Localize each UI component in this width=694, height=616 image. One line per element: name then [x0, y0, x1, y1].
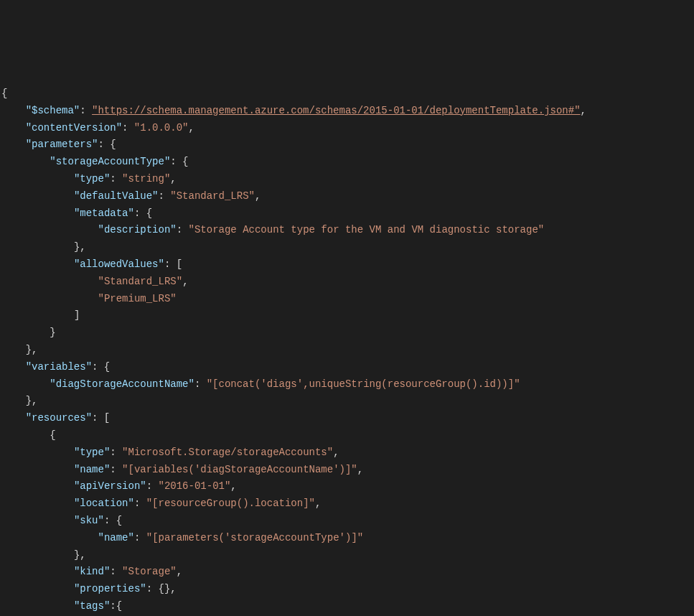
token-key: "type" [74, 173, 110, 185]
token-string: "Storage Account type for the VM and VM … [189, 224, 545, 235]
token-brace: { [116, 515, 122, 526]
token-colon: : [110, 464, 122, 475]
code-line[interactable]: "contentVersion": "1.0.0.0", [1, 120, 694, 137]
code-line[interactable]: "description": "Storage Account type for… [1, 222, 694, 239]
code-line[interactable]: { [1, 85, 694, 103]
code-line[interactable]: "Standard_LRS", [1, 274, 694, 291]
token-colon: : [110, 600, 116, 612]
code-line[interactable]: "tags":{ [1, 598, 694, 615]
code-line[interactable]: { [1, 427, 694, 444]
code-line[interactable]: "type": "Microsoft.Storage/storageAccoun… [1, 444, 694, 462]
code-line[interactable]: }, [1, 547, 694, 564]
token-string: "Storage" [122, 566, 177, 577]
code-line[interactable]: "allowedValues": [ [1, 256, 694, 274]
token-colon: : [98, 139, 110, 150]
code-line[interactable]: "sku": { [1, 513, 694, 530]
token-colon: : [104, 515, 116, 526]
token-string: "2016-01-01" [159, 480, 231, 492]
token-string: "Standard_LRS" [98, 276, 183, 287]
token-punct: , [170, 583, 176, 594]
token-colon: : [164, 258, 177, 270]
token-key: "kind" [74, 566, 110, 577]
token-colon: : [80, 105, 92, 116]
token-colon: : [110, 447, 122, 458]
token-string: "[resourceGroup().location]" [146, 498, 315, 509]
code-line[interactable]: "kind": "Storage", [1, 564, 694, 581]
token-punct: , [581, 105, 586, 116]
code-line[interactable]: "parameters": { [1, 136, 694, 154]
code-line[interactable]: "diagStorageAccountName": "[concat('diag… [1, 376, 694, 393]
token-key: "description" [98, 224, 177, 235]
token-punct: , [315, 498, 321, 509]
token-punct: , [255, 190, 261, 202]
token-key: "sku" [74, 515, 104, 526]
token-colon: : [110, 173, 122, 185]
code-line[interactable]: "$schema": "https://schema.management.az… [1, 103, 694, 120]
code-line[interactable]: "variables": { [1, 359, 694, 376]
token-key: "allowedValues" [74, 258, 164, 270]
token-string: "[parameters('storageAccountType')]" [146, 532, 363, 543]
schema-url-link[interactable]: "https://schema.management.azure.com/sch… [92, 105, 581, 116]
token-brace: ] [74, 309, 80, 321]
token-key: "metadata" [74, 207, 134, 219]
code-line[interactable]: "resources": [ [1, 410, 694, 427]
token-string: "string" [122, 173, 170, 185]
token-punct: , [182, 276, 188, 287]
token-brace: { [104, 361, 110, 373]
token-brace: {} [159, 583, 171, 594]
token-punct: , [357, 464, 363, 475]
code-line[interactable]: "storageAccountType": { [1, 154, 694, 171]
code-line[interactable]: "metadata": { [1, 205, 694, 223]
token-key: "variables" [26, 361, 92, 373]
token-colon: : [92, 361, 104, 373]
token-key: "$schema" [26, 105, 80, 116]
token-colon: : [159, 190, 171, 202]
code-line[interactable]: ] [1, 307, 694, 325]
token-string: "[concat('diags',uniqueString(resourceGr… [207, 378, 520, 390]
code-line[interactable]: "location": "[resourceGroup().location]"… [1, 495, 694, 513]
code-line[interactable]: "defaultValue": "Standard_LRS", [1, 188, 694, 205]
token-colon: : [134, 498, 146, 509]
token-punct: , [188, 122, 194, 134]
code-line[interactable]: "name": "[parameters('storageAccountType… [1, 530, 694, 547]
token-key: "name" [74, 464, 110, 475]
token-key: "resources" [26, 412, 92, 424]
code-line[interactable]: "name": "[variables('diagStorageAccountN… [1, 462, 694, 479]
token-string: "[variables('diagStorageAccountName')]" [122, 464, 357, 475]
code-line[interactable]: }, [1, 393, 694, 410]
token-colon: : [134, 532, 146, 543]
token-brace: [ [177, 258, 182, 270]
token-punct: , [170, 173, 176, 185]
token-punct: , [80, 549, 85, 561]
code-line[interactable]: } [1, 325, 694, 342]
token-brace: { [182, 156, 188, 167]
code-line[interactable]: "properties": {}, [1, 581, 694, 598]
token-brace: } [26, 395, 32, 406]
code-line[interactable]: "apiVersion": "2016-01-01", [1, 478, 694, 495]
token-colon: : [122, 122, 134, 134]
token-punct: , [177, 566, 182, 577]
token-brace: { [1, 88, 7, 99]
token-colon: : [194, 378, 207, 390]
token-key: "parameters" [26, 139, 98, 150]
token-brace: { [50, 429, 55, 441]
code-line[interactable]: }, [1, 342, 694, 359]
code-editor[interactable]: { "$schema": "https://schema.management.… [0, 85, 694, 616]
token-brace: } [26, 344, 32, 355]
code-line[interactable]: "type": "string", [1, 171, 694, 188]
token-string: "Premium_LRS" [98, 293, 177, 304]
token-punct: , [333, 447, 339, 458]
token-punct: , [80, 241, 85, 253]
token-colon: : [146, 583, 159, 594]
code-line[interactable]: }, [1, 239, 694, 256]
token-brace: { [146, 207, 152, 219]
code-line[interactable]: "Premium_LRS" [1, 291, 694, 308]
token-key: "properties" [74, 583, 146, 594]
token-key: "apiVersion" [74, 480, 146, 492]
token-key: "defaultValue" [74, 190, 159, 202]
token-brace: { [110, 139, 116, 150]
token-colon: : [92, 412, 104, 424]
token-brace: { [116, 600, 122, 612]
token-colon: : [134, 207, 146, 219]
token-brace: [ [104, 412, 110, 424]
